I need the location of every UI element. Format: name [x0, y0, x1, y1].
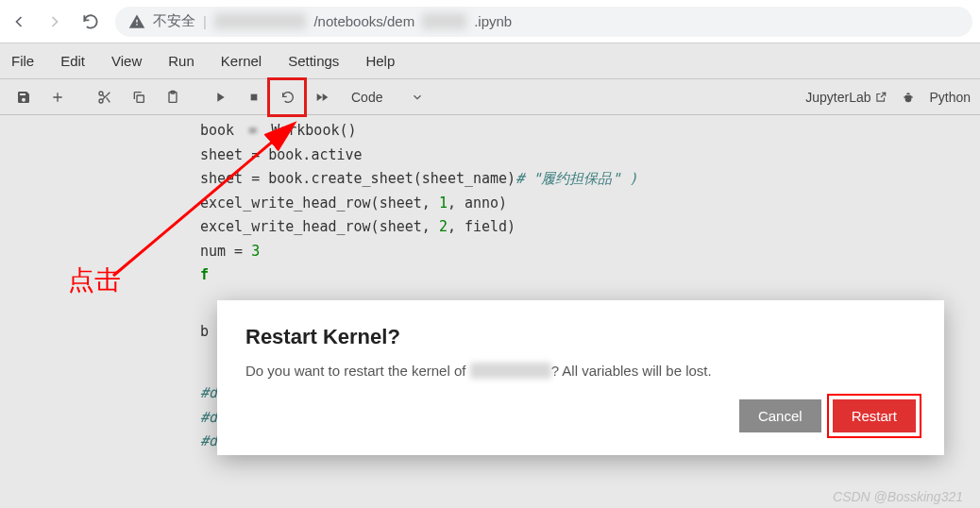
separator: |: [203, 13, 207, 29]
back-icon[interactable]: [8, 10, 30, 33]
url-blurred-2: xx: [422, 13, 466, 29]
watermark: CSDN @Bossking321: [833, 489, 963, 504]
fast-forward-icon[interactable]: [308, 84, 336, 110]
url-seg2: .ipynb: [474, 13, 512, 29]
dialog-message: Do you want to restart the kernel of xxx…: [245, 363, 916, 379]
url-bar[interactable]: 不安全 | xxxxx /notebooks/demxx.ipynb: [115, 7, 972, 37]
restart-kernel-dialog: Restart Kernel? Do you want to restart t…: [217, 300, 944, 455]
chevron-down-icon: [411, 91, 424, 104]
url-seg1: /notebooks/dem: [313, 13, 414, 29]
insecure-label: 不安全: [153, 12, 195, 30]
svg-rect-5: [251, 93, 258, 100]
external-link-icon: [874, 91, 887, 104]
menu-settings[interactable]: Settings: [288, 53, 339, 69]
dialog-buttons: Cancel Restart: [245, 399, 916, 432]
dialog-title: Restart Kernel?: [245, 325, 916, 349]
save-icon[interactable]: [9, 84, 38, 110]
warning-icon: [128, 13, 145, 30]
copy-icon[interactable]: [125, 84, 153, 110]
menu-help[interactable]: Help: [365, 53, 395, 69]
kernel-name[interactable]: Python: [929, 90, 971, 105]
jupyterlab-link[interactable]: JupyterLab: [805, 90, 887, 105]
menu-kernel[interactable]: Kernel: [221, 53, 262, 69]
svg-rect-2: [137, 95, 144, 102]
cut-icon[interactable]: [91, 84, 119, 110]
url-blurred: xxxxx: [214, 13, 307, 29]
forward-icon[interactable]: [43, 10, 66, 33]
toolbar-right: JupyterLab Python: [805, 90, 971, 105]
bug-icon[interactable]: [901, 90, 916, 105]
cell-type-label: Code: [351, 90, 382, 105]
annotation-text: 点击: [68, 262, 121, 298]
reload-icon[interactable]: [79, 10, 102, 33]
toolbar: Code JupyterLab Python: [0, 79, 980, 115]
restart-button[interactable]: Restart: [833, 399, 916, 432]
restart-kernel-icon[interactable]: [274, 84, 302, 110]
menu-run[interactable]: Run: [168, 53, 194, 69]
menu-edit[interactable]: Edit: [60, 53, 85, 69]
menu-file[interactable]: File: [11, 53, 34, 69]
stop-icon[interactable]: [240, 84, 268, 110]
add-cell-icon[interactable]: [43, 84, 72, 110]
menu-bar: File Edit View Run Kernel Settings Help: [0, 43, 980, 79]
run-icon[interactable]: [206, 84, 234, 110]
cell-type-select[interactable]: Code: [351, 90, 424, 105]
paste-icon[interactable]: [159, 84, 187, 110]
cancel-button[interactable]: Cancel: [739, 399, 821, 432]
menu-view[interactable]: View: [111, 53, 142, 69]
browser-nav-bar: 不安全 | xxxxx /notebooks/demxx.ipynb: [0, 0, 980, 43]
